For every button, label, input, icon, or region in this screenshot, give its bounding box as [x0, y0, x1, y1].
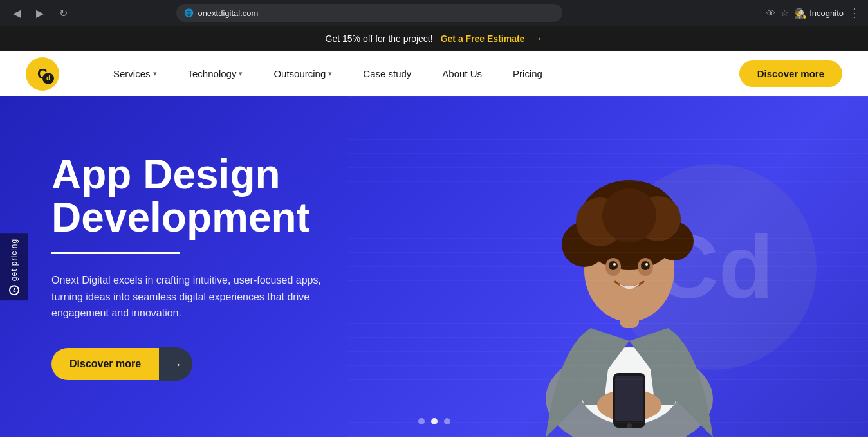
nav-item-outsourcing[interactable]: Outsourcing ▾ — [258, 51, 347, 96]
nav-item-casestudy[interactable]: Case study — [347, 51, 427, 96]
hero-title-line1: App Design — [51, 151, 281, 197]
outsourcing-label: Outsourcing — [273, 68, 326, 79]
menu-icon[interactable]: ⋮ — [849, 6, 860, 20]
forward-button[interactable]: ▶ — [31, 4, 49, 22]
logo[interactable]: C d — [26, 57, 59, 91]
nav-item-aboutus[interactable]: About Us — [427, 51, 497, 96]
incognito-icon: 🕵 — [794, 7, 807, 19]
hero-content: App Design Development Onext Digital exc… — [0, 114, 373, 419]
services-label: Services — [113, 68, 151, 79]
svg-point-17 — [645, 263, 648, 266]
svg-point-21 — [627, 423, 632, 428]
navbar-cta-button[interactable]: Discover more — [739, 60, 842, 87]
announcement-text: Get 15% off for the project! — [326, 33, 433, 44]
browser-right-controls: 👁 ☆ 🕵 Incognito ⋮ — [766, 6, 860, 20]
dot-3[interactable] — [444, 418, 450, 424]
nav-item-services[interactable]: Services ▾ — [98, 51, 172, 96]
svg-point-14 — [609, 261, 618, 270]
reload-button[interactable]: ↻ — [54, 4, 72, 22]
svg-rect-20 — [615, 376, 643, 421]
url-text: onextdigital.com — [198, 8, 258, 18]
navbar: C d Services ▾ Technology ▾ Outsourcing … — [0, 51, 868, 96]
browser-chrome: ◀ ▶ ↻ 🌐 onextdigital.com 👁 ☆ 🕵 Incognito… — [0, 0, 868, 26]
nav-item-pricing[interactable]: Pricing — [497, 51, 558, 96]
get-pricing-label: get pricing — [10, 239, 19, 281]
dot-1[interactable] — [418, 418, 425, 424]
hero-divider — [51, 252, 180, 254]
technology-label: Technology — [188, 68, 237, 79]
incognito-indicator: 🕵 Incognito — [794, 7, 844, 19]
get-pricing-sidebar[interactable]: ? get pricing — [0, 233, 28, 300]
eye-off-icon: 👁 — [766, 8, 775, 18]
incognito-label: Incognito — [809, 8, 844, 18]
hero-arrow-button[interactable]: → — [159, 347, 192, 381]
technology-chevron: ▾ — [239, 69, 243, 78]
hero-description: Onext Digital excels in crafting intuiti… — [51, 272, 335, 322]
services-chevron: ▾ — [153, 69, 157, 78]
announcement-cta[interactable]: Get a Free Estimate — [441, 33, 525, 44]
pricing-label: Pricing — [513, 68, 542, 79]
hero-cta-group: Discover more → — [51, 347, 335, 381]
hero-title: App Design Development — [51, 153, 335, 239]
question-mark-icon: ? — [9, 285, 19, 295]
outsourcing-chevron: ▾ — [328, 69, 332, 78]
nav-item-technology[interactable]: Technology ▾ — [172, 51, 259, 96]
svg-point-16 — [613, 263, 616, 266]
svg-point-15 — [641, 261, 650, 270]
hero-section: ? get pricing App Design Development One… — [0, 96, 868, 437]
hero-person-svg — [507, 122, 752, 437]
favicon-icon: 🌐 — [184, 8, 194, 17]
hero-image-area — [391, 96, 868, 437]
aboutus-label: About Us — [442, 68, 482, 79]
dot-2[interactable] — [431, 418, 438, 424]
hero-title-line2: Development — [51, 194, 310, 241]
announcement-bar: Get 15% off for the project! Get a Free … — [0, 26, 868, 51]
casestudy-label: Case study — [363, 68, 411, 79]
dots-indicator — [418, 418, 450, 424]
back-button[interactable]: ◀ — [8, 4, 26, 22]
svg-point-11 — [602, 188, 656, 242]
announcement-arrow: → — [532, 33, 542, 44]
address-bar[interactable]: 🌐 onextdigital.com — [176, 4, 562, 22]
hero-discover-button[interactable]: Discover more — [51, 348, 159, 380]
nav-links: Services ▾ Technology ▾ Outsourcing ▾ Ca… — [98, 51, 739, 96]
star-icon[interactable]: ☆ — [780, 8, 789, 18]
hero-arrow-icon: → — [169, 357, 182, 372]
